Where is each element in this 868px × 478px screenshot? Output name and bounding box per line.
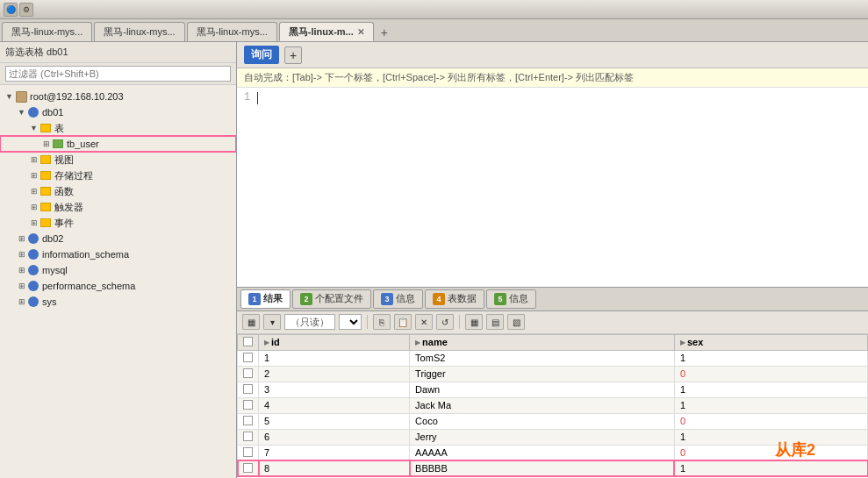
cell-sex-0[interactable]: 1 [674,350,867,366]
layout-btn-1[interactable]: ▦ [465,314,483,330]
tab-add-button[interactable]: + [376,24,393,41]
paste-btn[interactable]: 📋 [394,314,412,330]
tree-item-server[interactable]: ▼ root@192.168.10.203 [0,89,236,104]
table-row[interactable]: 3Dawn1 [238,382,868,397]
query-add-button[interactable]: + [284,46,302,64]
cell-name-1[interactable]: Trigger [410,366,675,382]
row-checkbox-0[interactable] [238,350,259,366]
tree-item-db01[interactable]: ▼ db01 [0,104,236,120]
tree-item-triggers_folder[interactable]: ⊞ 触发器 [0,199,236,215]
cell-id-0[interactable]: 1 [259,350,410,366]
row-check-2[interactable] [243,384,253,394]
result-tab-1[interactable]: 2 个配置文件 [292,289,371,309]
tree-item-perf_schema[interactable]: ⊞ performance_schema [0,278,236,294]
tree-toggle-events_folder[interactable]: ⊞ [28,218,39,228]
tab-0[interactable]: 黑马-linux-mys... [2,22,92,41]
result-tab-3[interactable]: 4 表数据 [425,289,484,309]
row-check-5[interactable] [243,432,253,441]
tree-toggle-functions_folder[interactable]: ⊞ [28,186,39,196]
cell-name-7[interactable]: BBBBB [410,460,675,476]
result-tab-0[interactable]: 1 结果 [240,289,291,309]
tree-item-functions_folder[interactable]: ⊞ 函数 [0,183,236,199]
tree-toggle-db01[interactable]: ▼ [16,107,27,118]
row-checkbox-4[interactable] [238,413,259,429]
cell-name-5[interactable]: Jerry [410,429,675,445]
window-icon-1[interactable]: 🔵 [4,3,18,17]
row-checkbox-6[interactable] [238,445,259,460]
query-editor[interactable]: 1 [237,88,868,287]
tree-item-tb_user[interactable]: ⊞ tb_user [0,136,236,152]
layout-btn-2[interactable]: ▤ [486,314,504,330]
tree-toggle-views_folder[interactable]: ⊞ [28,154,39,165]
tree-item-views_folder[interactable]: ⊞ 视图 [0,152,236,168]
row-checkbox-2[interactable] [238,382,259,397]
cell-name-2[interactable]: Dawn [410,382,675,397]
row-check-3[interactable] [243,400,253,410]
table-row[interactable]: 2Trigger0 [238,366,868,382]
copy-btn[interactable]: ⎘ [373,314,391,330]
result-tab-4[interactable]: 5 信息 [486,289,536,309]
select-all-checkbox[interactable] [243,337,253,346]
row-check-1[interactable] [243,368,253,378]
cell-sex-3[interactable]: 1 [674,397,867,413]
cell-sex-2[interactable]: 1 [674,382,867,397]
grid-select[interactable] [339,314,362,330]
tab-close-3[interactable]: ✕ [357,27,364,37]
grid-dropdown-btn[interactable]: ▾ [263,314,281,330]
table-row[interactable]: 1TomS21 [238,350,868,366]
tree-toggle-tables_folder[interactable]: ▼ [28,123,39,133]
tree-item-db02[interactable]: ⊞ db02 [0,231,236,246]
grid-export-btn[interactable]: ▦ [242,314,260,330]
tab-3[interactable]: 黑马-linux-m...✕ [279,22,374,41]
cell-id-7[interactable]: 8 [259,460,410,476]
cell-sex-4[interactable]: 0 [674,413,867,429]
row-checkbox-1[interactable] [238,366,259,382]
row-checkbox-5[interactable] [238,429,259,445]
table-row[interactable]: 4Jack Ma1 [238,397,868,413]
tree-toggle-tb_user[interactable]: ⊞ [40,139,52,149]
tree-item-info_schema[interactable]: ⊞ information_schema [0,246,236,262]
cell-name-4[interactable]: Coco [410,413,675,429]
cell-name-3[interactable]: Jack Ma [410,397,675,413]
row-check-4[interactable] [243,416,253,425]
tree-toggle-server[interactable]: ▼ [4,91,15,102]
tree-toggle-info_schema[interactable]: ⊞ [16,249,27,260]
tree-item-mysql[interactable]: ⊞ mysql [0,262,236,278]
table-row[interactable]: 8BBBBB1 [238,460,868,476]
result-tab-2[interactable]: 3 信息 [373,289,423,309]
filter-input[interactable] [5,66,231,82]
cell-id-1[interactable]: 2 [259,366,410,382]
cell-id-2[interactable]: 3 [259,382,410,397]
cell-name-0[interactable]: TomS2 [410,350,675,366]
tree-toggle-triggers_folder[interactable]: ⊞ [28,202,39,212]
delete-btn[interactable]: ✕ [415,314,433,330]
tree-toggle-db02[interactable]: ⊞ [16,233,27,244]
tree-item-stored_folder[interactable]: ⊞ 存储过程 [0,168,236,183]
cell-sex-6[interactable]: 0 [674,445,867,460]
row-checkbox-7[interactable] [238,460,259,476]
cell-sex-5[interactable]: 1 [674,429,867,445]
tree-toggle-stored_folder[interactable]: ⊞ [28,170,39,181]
tree-item-events_folder[interactable]: ⊞ 事件 [0,215,236,231]
row-check-0[interactable] [243,353,253,362]
tree-toggle-perf_schema[interactable]: ⊞ [16,281,27,291]
editor-content[interactable] [257,91,861,283]
window-controls[interactable]: 🔵 ⚙ [4,3,33,17]
cell-id-3[interactable]: 4 [259,397,410,413]
tree-item-sys[interactable]: ⊞ sys [0,294,236,310]
table-row[interactable]: 6Jerry1 [238,429,868,445]
tab-1[interactable]: 黑马-linux-mys... [94,22,184,41]
tree-toggle-mysql[interactable]: ⊞ [16,265,27,275]
row-checkbox-3[interactable] [238,397,259,413]
cell-sex-7[interactable]: 1 [674,460,867,476]
cell-name-6[interactable]: AAAAA [410,445,675,460]
table-row[interactable]: 7AAAAA0 [238,445,868,460]
cell-id-6[interactable]: 7 [259,445,410,460]
window-icon-2[interactable]: ⚙ [19,3,33,17]
layout-btn-3[interactable]: ▧ [507,314,525,330]
table-row[interactable]: 5Coco0 [238,413,868,429]
row-check-6[interactable] [243,447,253,457]
cell-id-4[interactable]: 5 [259,413,410,429]
cell-sex-1[interactable]: 0 [674,366,867,382]
tree-toggle-sys[interactable]: ⊞ [16,296,27,307]
